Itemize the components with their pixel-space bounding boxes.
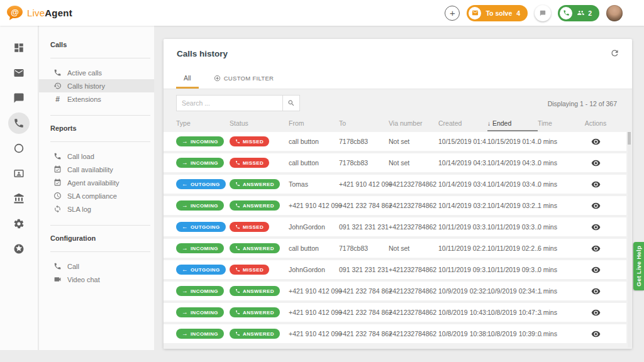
cell-ended: 10/11/2019 03:3... — [487, 223, 538, 231]
to-solve-button[interactable]: To solve 4 — [467, 5, 528, 21]
calendar-icon — [53, 178, 62, 187]
view-call-button[interactable] — [591, 222, 601, 232]
call-type-badge: ←OUTGOING — [176, 222, 226, 232]
sidebar-divider — [50, 141, 150, 142]
view-call-button[interactable] — [591, 180, 601, 189]
call-status-badge: ANSWERED — [230, 243, 280, 253]
rail-item-star[interactable] — [0, 236, 38, 261]
search-button[interactable] — [283, 95, 300, 111]
phone-icon — [235, 139, 240, 144]
sidebar-item-call[interactable]: Call — [39, 260, 154, 273]
clock-icon — [53, 192, 62, 200]
column-header-created[interactable]: Created — [438, 118, 487, 131]
tab-custom-filter[interactable]: CUSTOM FILTER — [206, 69, 282, 89]
table-row[interactable]: →INCOMINGANSWEREDcall button7178cb83Not … — [164, 239, 626, 258]
incoming-arrow-icon: → — [182, 288, 188, 294]
chats-button[interactable] — [535, 5, 551, 21]
phone-icon — [235, 310, 240, 315]
table-scrollbar[interactable] — [628, 132, 631, 348]
view-call-button[interactable] — [591, 265, 601, 275]
column-header-to[interactable]: To — [339, 118, 389, 131]
call-type-badge: →INCOMING — [176, 243, 224, 253]
rail-item-mail[interactable] — [0, 60, 38, 85]
sidebar-section-title-calls: Calls — [39, 38, 154, 52]
sidebar-item-label: Call availability — [67, 166, 113, 173]
sidebar-item-active-calls[interactable]: Active calls — [39, 66, 154, 79]
cell-to: +421 232 784 862 — [339, 309, 389, 316]
column-header-from[interactable]: From — [289, 118, 339, 131]
cell-via-number: Not set — [389, 244, 438, 252]
sidebar-item-call-load[interactable]: Call load — [39, 150, 154, 163]
table-row[interactable]: ←OUTGOINGMISSEDJohnGordon091 321 231 231… — [164, 217, 626, 236]
cell-created: 10/14/2019 04:3... — [438, 159, 487, 167]
cell-ended: 10/15/2019 01:4... — [487, 138, 538, 145]
rail-item-chat[interactable] — [0, 85, 38, 111]
table-row[interactable]: →INCOMINGANSWERED+421 910 412 090+421 23… — [164, 196, 626, 215]
topbar-controls: + To solve 4 2 — [445, 5, 623, 21]
phone-icon — [53, 152, 62, 160]
column-header-ended[interactable]: ↓ Ended — [487, 118, 538, 131]
user-avatar[interactable] — [606, 5, 623, 21]
column-header-via-number[interactable]: Via number — [389, 118, 438, 131]
cell-via-number: +421232784862 — [389, 223, 438, 231]
sidebar-item-call-availability[interactable]: Call availability — [39, 163, 154, 176]
sidebar-item-calls-history[interactable]: Calls history — [39, 79, 154, 92]
scrollbar-thumb[interactable] — [628, 132, 631, 145]
cell-via-number: +421232784862 — [389, 330, 438, 337]
sidebar-item-agent-availability[interactable]: Agent availability — [39, 176, 154, 189]
sidebar-item-sla-log[interactable]: SLA log — [39, 202, 154, 216]
add-button[interactable]: + — [445, 6, 460, 21]
table-row[interactable]: ←OUTGOINGANSWEREDTomas+421 910 412 090+4… — [164, 175, 626, 194]
cell-to: +421 232 784 862 — [339, 287, 389, 295]
column-header-status[interactable]: Status — [230, 118, 289, 131]
column-header-time[interactable]: Time — [538, 118, 577, 131]
cell-from: +421 910 412 090 — [289, 202, 339, 209]
ring-icon — [8, 138, 30, 159]
rail-item-bank[interactable] — [0, 186, 38, 211]
search-bar — [176, 95, 300, 111]
incoming-arrow-icon: → — [182, 160, 188, 166]
rail-item-dashboard[interactable] — [0, 35, 38, 60]
refresh-button[interactable] — [610, 48, 619, 58]
liveagent-logo: @ LiveAgent — [6, 5, 72, 21]
table-row[interactable]: →INCOMINGANSWERED+421 910 412 090+421 23… — [164, 324, 626, 343]
tab-all[interactable]: All — [176, 69, 199, 89]
view-call-button[interactable] — [591, 329, 601, 339]
cell-via-number: +421232784862 — [389, 287, 438, 295]
column-header-actions[interactable]: Actions — [577, 118, 614, 131]
cell-to: 7178cb83 — [339, 244, 389, 252]
view-call-button[interactable] — [591, 244, 601, 253]
calls-button[interactable]: 2 — [558, 5, 599, 21]
envelope-icon — [469, 7, 481, 19]
table-row[interactable]: ←OUTGOINGMISSEDJohnGordon091 321 231 231… — [164, 260, 626, 279]
cell-from: +421 910 412 090 — [289, 287, 339, 295]
sidebar-item-video-chat[interactable]: Video chat — [39, 273, 154, 286]
sidebar-item-label: SLA compliance — [67, 192, 117, 200]
view-call-button[interactable] — [591, 137, 601, 146]
table-row[interactable]: →INCOMINGANSWERED+421 910 412 090+421 23… — [164, 282, 626, 300]
table-row[interactable]: →INCOMINGMISSEDcall button7178cb83Not se… — [164, 132, 626, 151]
table-row[interactable]: →INCOMINGANSWERED+421 910 412 090+421 23… — [164, 303, 626, 322]
rail-item-settings[interactable] — [0, 211, 38, 236]
get-live-help-button[interactable]: Get Live Help — [633, 242, 644, 290]
sidebar-item-sla-compliance[interactable]: SLA compliance — [39, 189, 154, 202]
rail-item-contacts[interactable] — [0, 161, 38, 186]
get-live-help-label: Get Live Help — [635, 246, 642, 287]
table-header: TypeStatusFromToVia numberCreated↓ Ended… — [164, 118, 626, 131]
column-header-type[interactable]: Type — [176, 118, 230, 131]
sidebar-item-extensions[interactable]: #Extensions — [39, 92, 154, 106]
view-call-button[interactable] — [591, 158, 601, 168]
incoming-arrow-icon: → — [182, 138, 188, 145]
search-input[interactable] — [176, 95, 283, 111]
rail-item-phone[interactable] — [0, 111, 38, 136]
table-row[interactable]: →INCOMINGMISSEDcall button7178cb83Not se… — [164, 153, 626, 172]
view-call-button[interactable] — [591, 308, 601, 317]
incoming-arrow-icon: → — [182, 245, 188, 251]
view-call-button[interactable] — [591, 201, 601, 211]
logo-text: LiveAgent — [27, 8, 72, 18]
sidebar-item-label: Active calls — [67, 69, 102, 77]
tab-bar: All CUSTOM FILTER — [164, 69, 632, 89]
view-call-button[interactable] — [591, 287, 601, 296]
icon-rail — [0, 26, 38, 350]
rail-item-ring[interactable] — [0, 136, 38, 161]
